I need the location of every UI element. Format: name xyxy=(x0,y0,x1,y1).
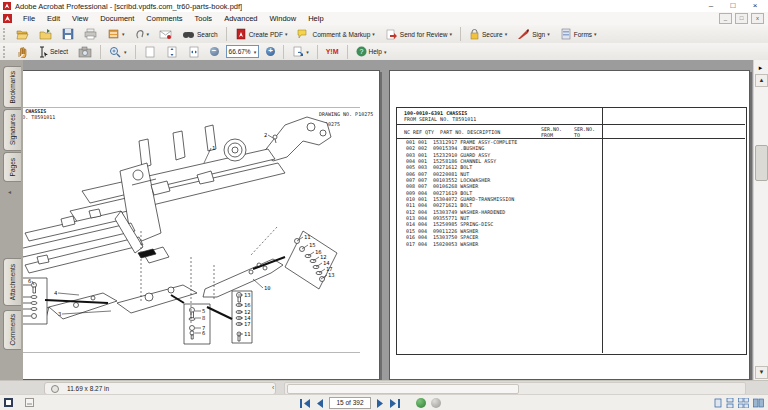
zoom-level-input[interactable]: 66.67%▾ xyxy=(226,45,260,58)
restore-button[interactable]: □ xyxy=(722,0,744,11)
menu-edit[interactable]: Edit xyxy=(41,12,66,25)
tab-attachments[interactable]: Attachments xyxy=(3,258,21,306)
child-restore-button[interactable]: □ xyxy=(735,13,748,24)
zoom-out-button[interactable]: − xyxy=(206,45,223,58)
send-for-review-button[interactable]: Send for Review▾ xyxy=(381,26,456,42)
attach-button[interactable]: ▾ xyxy=(131,26,154,42)
callout-label: 17 xyxy=(244,321,251,327)
help-icon: ? xyxy=(356,46,367,57)
ser-no-from-header2: FROM xyxy=(541,132,553,138)
zoom-in-icon: + xyxy=(266,47,275,56)
scroll-up-icon[interactable]: ▲ xyxy=(755,74,768,87)
secure-button[interactable]: Secure▾ xyxy=(465,26,511,42)
page-display-button[interactable]: ▾ xyxy=(288,44,313,60)
yahoo-icon: Y!M xyxy=(326,48,339,55)
vertical-scroll-thumb[interactable] xyxy=(755,145,768,181)
child-minimize-button[interactable]: _ xyxy=(719,13,732,24)
menu-help[interactable]: Help xyxy=(302,12,329,25)
close-button[interactable]: × xyxy=(744,0,766,11)
pane-splitter-handle[interactable]: ◂ xyxy=(8,188,11,195)
save-button[interactable] xyxy=(58,26,78,42)
sign-button[interactable]: Sign▾ xyxy=(513,26,554,42)
send-review-icon xyxy=(385,28,398,40)
fit-width-button[interactable] xyxy=(184,44,204,60)
tab-bookmarks[interactable]: Bookmarks xyxy=(3,66,21,108)
tab-pages[interactable]: Pages xyxy=(3,152,21,182)
minimize-button[interactable]: – xyxy=(700,0,722,11)
status-icon-left2[interactable] xyxy=(25,398,34,407)
menu-window[interactable]: Window xyxy=(263,12,302,25)
hscroll-left-icon[interactable]: ‹ xyxy=(272,384,274,391)
form-icon xyxy=(560,28,572,40)
next-page-button[interactable] xyxy=(376,399,384,408)
table-row: 017 004 15020053 WASHER xyxy=(406,241,517,247)
comment-bubble-icon xyxy=(297,28,310,40)
menu-tools[interactable]: Tools xyxy=(189,12,219,25)
zoom-tool-button[interactable]: ▾ xyxy=(105,44,131,60)
menu-bar: File Edit View Document Comments Tools A… xyxy=(0,12,768,26)
dropdown-arrow-icon: ▾ xyxy=(122,31,125,37)
dropdown-arrow-icon: ▾ xyxy=(285,31,288,37)
toolbar-separator xyxy=(317,45,318,59)
actual-size-icon xyxy=(144,46,156,58)
vertical-scrollbar[interactable]: ▲ ▼ xyxy=(753,60,768,380)
last-page-button[interactable] xyxy=(389,399,400,408)
comment-markup-button[interactable]: Comment & Markup▾ xyxy=(293,26,378,42)
print-button[interactable] xyxy=(80,26,101,42)
yahoo-search-button[interactable]: Y!M xyxy=(322,46,343,57)
menu-view[interactable]: View xyxy=(66,12,94,25)
continuous-layout-button[interactable] xyxy=(726,398,734,408)
horizontal-scroll-thumb[interactable] xyxy=(287,384,519,394)
menu-comments[interactable]: Comments xyxy=(140,12,188,25)
callout-label: 11 xyxy=(304,234,311,240)
window-title: Adobe Acrobat Professional - [scribd.vpd… xyxy=(15,2,242,11)
previous-page-button[interactable] xyxy=(316,399,324,408)
callout-label: 13 xyxy=(244,292,251,298)
dropdown-arrow-icon: ▾ xyxy=(450,31,453,37)
floppy-disk-icon xyxy=(62,28,74,40)
status-icon-left[interactable] xyxy=(4,398,13,407)
dropdown-arrow-icon: ▾ xyxy=(254,49,257,55)
facing-layout-button[interactable] xyxy=(753,398,764,408)
search-button[interactable]: Search xyxy=(178,26,222,42)
zoom-in-button[interactable]: + xyxy=(262,45,279,58)
open-button[interactable] xyxy=(12,26,33,42)
email-button[interactable] xyxy=(155,26,176,42)
organizer-icon xyxy=(107,28,120,40)
toolbar-separator xyxy=(283,45,284,59)
help-button[interactable]: ?Help▾ xyxy=(352,44,391,59)
actual-size-button[interactable] xyxy=(140,44,160,60)
callout-leader-line xyxy=(268,135,273,138)
hand-tool-button[interactable] xyxy=(12,44,32,60)
tab-comments[interactable]: Comments xyxy=(3,310,21,350)
dropdown-arrow-icon: ▾ xyxy=(147,31,150,37)
scroll-down-icon[interactable]: ▼ xyxy=(755,366,768,379)
organizer-button[interactable]: ▾ xyxy=(103,26,129,42)
select-tool-button[interactable]: Select xyxy=(34,44,72,60)
continuous-facing-layout-button[interactable] xyxy=(738,398,749,408)
single-page-layout-button[interactable] xyxy=(714,398,722,408)
tab-signatures[interactable]: Signatures xyxy=(3,109,21,151)
menu-advanced[interactable]: Advanced xyxy=(218,12,263,25)
callout-label: 16 xyxy=(244,302,251,308)
previous-view-button[interactable] xyxy=(416,398,426,408)
next-view-button[interactable] xyxy=(431,398,441,408)
page-right-parts-list: 100-0010-6391 CHASSIS FROM SERIAL NO. T8… xyxy=(389,70,750,380)
forms-button[interactable]: Forms▾ xyxy=(556,26,601,42)
table-rule xyxy=(396,124,745,125)
menu-file[interactable]: File xyxy=(17,12,41,25)
first-page-button[interactable] xyxy=(300,399,311,408)
fit-page-button[interactable] xyxy=(162,44,182,60)
toolbar-grip[interactable] xyxy=(3,46,8,58)
child-close-button[interactable]: x xyxy=(751,13,764,24)
create-pdf-button[interactable]: Create PDF▾ xyxy=(231,26,292,42)
parts-subtitle: FROM SERIAL NO. T8591011 xyxy=(404,116,476,122)
menu-document[interactable]: Document xyxy=(94,12,140,25)
toolbar-grip[interactable] xyxy=(3,28,8,40)
page-size-value: 11.69 x 8.27 in xyxy=(67,385,109,392)
page-number-input[interactable]: 15 of 392 xyxy=(329,397,371,409)
table-column-divider xyxy=(602,107,603,353)
save-copy-button[interactable] xyxy=(35,26,56,42)
how-to-pane-toggle[interactable]: ▸ xyxy=(755,62,766,74)
snapshot-tool-button[interactable] xyxy=(74,44,96,60)
